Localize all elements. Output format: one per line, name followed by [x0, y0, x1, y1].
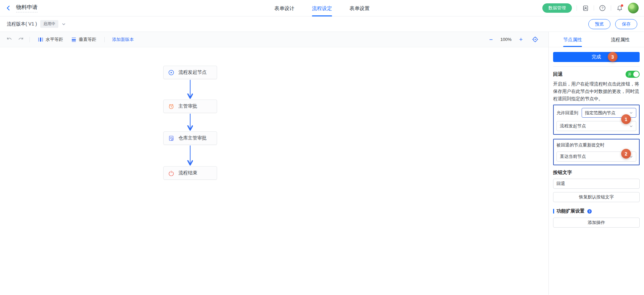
annotation-badge-1: 1 — [621, 114, 631, 124]
rollback-toggle[interactable]: 开 — [626, 71, 640, 78]
horizontal-spacing-label: 水平等距 — [46, 37, 63, 43]
flow-canvas[interactable]: 流程发起节点 主管审批 仓库主管审批 — [0, 47, 548, 295]
panel-tabs: 节点属性 流程属性 — [549, 32, 644, 47]
svg-text:?: ? — [589, 210, 590, 213]
svg-text:?: ? — [601, 6, 603, 10]
avatar[interactable] — [628, 3, 639, 13]
notification-dot — [621, 4, 623, 7]
data-manage-button[interactable]: 数据管理 — [542, 3, 572, 13]
help-icon[interactable]: ? — [599, 4, 606, 12]
header-actions: 数据管理 ? — [542, 3, 639, 13]
play-circle-icon — [168, 70, 174, 75]
divider — [577, 5, 577, 11]
finish-button-label: 完成 — [592, 54, 601, 59]
resubmit-label: 被回退的节点重新提交时 — [556, 142, 636, 148]
divider — [611, 5, 611, 11]
back-button[interactable] — [5, 5, 11, 11]
version-label: 流程版本( V1 ) — [7, 21, 37, 27]
add-version-button[interactable]: 添加新版本 — [112, 37, 134, 43]
undo-button[interactable] — [5, 35, 14, 44]
document-edit-icon — [168, 135, 174, 141]
flow-node-end[interactable]: 流程结束 — [163, 166, 217, 180]
alarm-clock-icon — [168, 104, 174, 109]
divider — [104, 37, 105, 42]
horizontal-spacing-icon — [38, 37, 43, 42]
rollback-description: 开启后，用户在处理流程时点击此按钮，将保存用户在此节点中对数据的更改，同时流程退… — [553, 80, 640, 103]
toggle-on-label: 开 — [628, 72, 632, 77]
locate-center-icon[interactable] — [530, 35, 540, 44]
node-label: 仓库主管审批 — [178, 135, 207, 141]
chevron-down-icon — [629, 124, 633, 128]
allow-rollback-group: 允许回退到 指定范围内节点 流程发起节点 1 — [553, 105, 640, 135]
section-accent-bar — [553, 209, 554, 214]
button-text-input[interactable] — [553, 179, 640, 189]
tab-node-properties[interactable]: 节点属性 — [549, 32, 596, 47]
rollback-node-value: 流程发起节点 — [560, 123, 586, 129]
help-filled-icon[interactable]: ? — [587, 209, 592, 214]
chevron-left-icon — [5, 5, 11, 11]
vertical-spacing-icon — [71, 37, 76, 42]
toggle-knob — [633, 71, 639, 77]
page-title[interactable]: 物料申请 — [16, 4, 38, 12]
resubmit-value: 直达当前节点 — [560, 154, 586, 160]
vertical-spacing-button[interactable]: 垂直等距 — [71, 37, 96, 43]
node-label: 主管审批 — [178, 103, 197, 109]
chevron-down-icon — [629, 111, 633, 115]
annotation-badge-2: 2 — [621, 149, 631, 159]
main-tabs: 表单设计 流程设定 表单设置 — [274, 0, 370, 16]
flow-node-manager-approval[interactable]: 主管审批 — [163, 100, 217, 113]
zoom-level: 100% — [500, 37, 512, 42]
redo-button[interactable] — [16, 35, 25, 44]
restore-default-text-button[interactable]: 恢复默认按钮文字 — [553, 192, 640, 202]
tab-flow-properties[interactable]: 流程属性 — [596, 32, 644, 47]
vertical-spacing-label: 垂直等距 — [79, 37, 96, 43]
extension-settings-title: 功能扩展设置 — [556, 208, 585, 214]
version-bar: 流程版本( V1 ) 启用中 预览 保存 — [0, 16, 644, 32]
rollback-range-value: 指定范围内节点 — [585, 110, 615, 116]
power-icon — [168, 170, 174, 176]
tab-form-setup[interactable]: 表单设置 — [350, 0, 370, 16]
resubmit-group: 被回退的节点重新提交时 直达当前节点 2 — [553, 139, 640, 165]
version-dropdown-caret[interactable] — [62, 22, 66, 26]
zoom-in-button[interactable]: + — [518, 36, 524, 43]
zoom-out-button[interactable]: − — [488, 36, 494, 43]
node-properties-body: 完成 3 回退 开 开启后，用户在处理流程时点击此按钮，将保存用户在此节点中对数… — [549, 47, 644, 232]
horizontal-spacing-button[interactable]: 水平等距 — [38, 37, 63, 43]
divider — [30, 37, 30, 42]
flow-work-area: 水平等距 垂直等距 添加新版本 − 100% + — [0, 32, 548, 295]
node-label: 流程发起节点 — [178, 69, 207, 75]
allow-rollback-label: 允许回退到 — [556, 110, 578, 116]
tab-form-design[interactable]: 表单设计 — [274, 0, 294, 16]
button-text-label: 按钮文字 — [553, 170, 640, 176]
flow-node-warehouse-approval[interactable]: 仓库主管审批 — [163, 131, 217, 145]
divider — [553, 66, 640, 67]
annotation-badge-3: 3 — [608, 52, 618, 62]
node-label: 流程结束 — [178, 170, 197, 176]
divider — [594, 5, 594, 11]
app-header: 物料申请 表单设计 流程设定 表单设置 数据管理 ? — [0, 0, 644, 16]
flow-toolbar: 水平等距 垂直等距 添加新版本 − 100% + — [0, 32, 548, 47]
finish-button[interactable]: 完成 3 — [553, 52, 640, 62]
address-book-icon[interactable] — [582, 4, 589, 12]
save-button[interactable]: 保存 — [615, 19, 637, 29]
properties-panel: 节点属性 流程属性 完成 3 回退 开 开启后，用户在处理流程时点击此按钮，将保… — [548, 32, 644, 295]
status-badge: 启用中 — [40, 20, 58, 28]
add-action-button[interactable]: 添加操作 — [553, 218, 640, 228]
flow-connectors — [0, 47, 548, 295]
preview-button[interactable]: 预览 — [588, 19, 610, 29]
notification-bell-icon[interactable] — [616, 4, 623, 12]
tab-flow-settings[interactable]: 流程设定 — [312, 0, 332, 16]
rollback-section-title: 回退 — [553, 71, 562, 77]
flow-node-start[interactable]: 流程发起节点 — [163, 66, 217, 79]
